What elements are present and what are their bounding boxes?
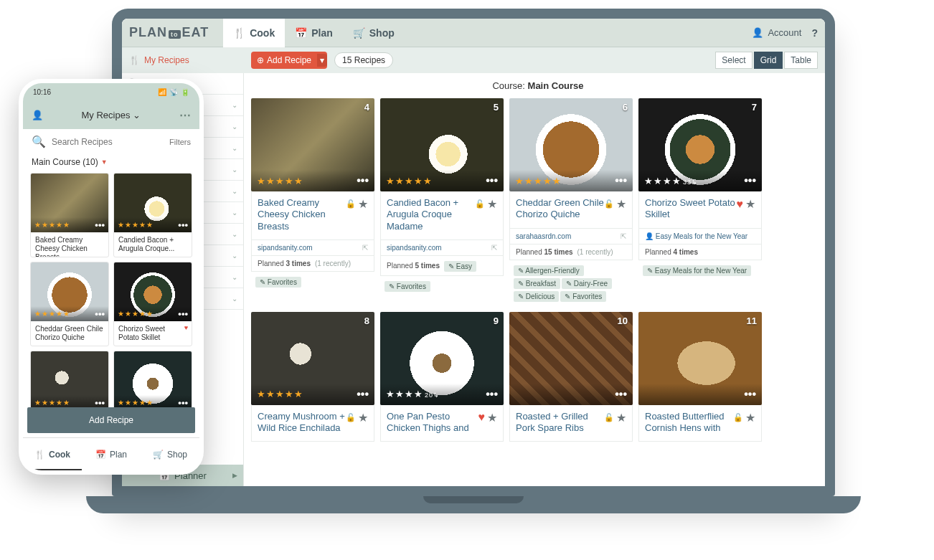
phone-recipe-title: Cheddar Green Chile Chorizo Quiche: [31, 321, 108, 346]
recipe-card[interactable]: 5 ★★★★★ ••• 🔓 ★ Candied Bacon + Arugula …: [380, 98, 504, 306]
recipe-thumbnail[interactable]: 4 ★★★★★ •••: [251, 98, 374, 191]
chevron-down-icon: ⌄: [232, 144, 237, 152]
recipe-thumbnail[interactable]: 7 ★★★★33↳ •••: [638, 98, 762, 191]
more-icon[interactable]: •••: [357, 174, 369, 187]
tag[interactable]: ✎ Delicious: [514, 291, 559, 302]
more-icon[interactable]: •••: [615, 388, 627, 401]
star-icon[interactable]: ★: [616, 411, 626, 424]
more-icon[interactable]: •••: [95, 397, 105, 408]
more-icon[interactable]: •••: [95, 219, 105, 230]
more-icon[interactable]: •••: [178, 397, 188, 408]
tag[interactable]: ✎ Allergen-Friendly: [514, 265, 584, 276]
user-icon[interactable]: 👤: [32, 110, 43, 120]
add-recipe-button[interactable]: ⊕ Add Recipe ▾: [251, 52, 327, 69]
tag[interactable]: ✎ Favorites: [255, 277, 301, 288]
star-icon[interactable]: ★: [358, 197, 368, 211]
phone-tab-plan-label: Plan: [110, 450, 127, 460]
chevron-down-icon: ⌄: [232, 252, 237, 260]
phone-tab-shop[interactable]: 🛒 Shop: [141, 438, 199, 470]
star-icon[interactable]: ★: [745, 197, 755, 211]
source-row[interactable]: sipandsanity.com⇱: [251, 240, 374, 256]
star-icon[interactable]: ★: [358, 411, 368, 424]
phone-thumbnail[interactable]: ★★★★★ •••: [31, 262, 108, 321]
source-row[interactable]: sipandsanity.com⇱: [380, 240, 504, 256]
nav-shop[interactable]: 🛒 Shop: [343, 19, 405, 47]
external-link-icon: ⇱: [362, 244, 368, 252]
star-icon[interactable]: ★: [487, 411, 497, 424]
heart-icon[interactable]: ♥: [478, 411, 486, 424]
more-icon[interactable]: •••: [357, 388, 369, 401]
recipe-thumbnail[interactable]: 9 ★★★★20↳ •••: [380, 312, 504, 405]
recipe-card[interactable]: 6 ★★★★★ ••• 🔓 ★ Cheddar Green Chile Chor…: [509, 98, 633, 306]
recipe-card[interactable]: 9 ★★★★20↳ ••• ♥ ★ One Pan Pesto Chicken …: [380, 312, 504, 442]
tag[interactable]: ✎ Favorites: [560, 291, 606, 302]
tags-row: ✎ Favorites: [251, 272, 374, 292]
more-icon[interactable]: •••: [486, 174, 498, 187]
recipe-thumbnail[interactable]: 5 ★★★★★ •••: [380, 98, 504, 191]
filters-button[interactable]: Filters: [169, 138, 191, 146]
tag[interactable]: ✎ Favorites: [385, 281, 430, 292]
more-icon[interactable]: •••: [95, 308, 105, 319]
tag[interactable]: ✎ Breakfast: [514, 278, 560, 289]
phone-thumbnail[interactable]: ★★★★★ •••: [31, 351, 108, 410]
phone-thumbnail[interactable]: ★★★★★ •••: [114, 174, 192, 232]
tag[interactable]: ✎ Dairy-Free: [562, 278, 612, 289]
star-icon[interactable]: ★: [487, 197, 497, 211]
recipe-thumbnail[interactable]: 8 ★★★★★ •••: [251, 312, 374, 405]
account-menu[interactable]: 👤 Account: [752, 27, 801, 38]
grid-view-button[interactable]: Grid: [754, 52, 783, 69]
source-row[interactable]: sarahaasrdn.com⇱: [509, 229, 633, 245]
source-row[interactable]: 👤 Easy Meals for the New Year: [638, 229, 762, 245]
sidebar-title[interactable]: 🍴 My Recipes: [129, 55, 244, 65]
nav-cook[interactable]: 🍴 Cook: [223, 19, 285, 47]
phone-thumbnail[interactable]: ★★★★★ •••: [114, 262, 192, 321]
recipe-thumbnail[interactable]: 10 •••: [509, 312, 633, 405]
chevron-down-icon[interactable]: ▾: [317, 54, 327, 67]
phone-add-recipe-button[interactable]: Add Recipe: [27, 407, 195, 433]
rating-stars: ★★★★★: [118, 399, 154, 407]
my-recipes-label: My Recipes: [144, 55, 189, 65]
phone-tab-cook[interactable]: 🍴 Cook: [23, 438, 82, 470]
phone-recipe-card[interactable]: ★★★★★ ••• Cheddar Green Chile Chorizo Qu…: [30, 262, 109, 346]
phone-thumbnail[interactable]: ★★★★★ •••: [114, 351, 192, 410]
recipe-card[interactable]: 8 ★★★★★ ••• 🔓 ★ Creamy Mushroom + Wild R…: [251, 312, 374, 442]
phone-title[interactable]: My Recipes ⌄: [82, 110, 141, 120]
phone-recipe-card[interactable]: ★★★★★ ••• Candied Bacon + Arugula Croque…: [113, 173, 192, 257]
tag[interactable]: ✎ Easy: [444, 261, 476, 272]
more-icon[interactable]: •••: [744, 388, 756, 401]
recipe-thumbnail[interactable]: 6 ★★★★★ •••: [509, 98, 633, 191]
recipe-thumbnail[interactable]: 11 •••: [638, 312, 762, 405]
help-button[interactable]: ?: [811, 27, 818, 39]
recipe-card[interactable]: 10 ••• 🔓 ★ Roasted + Grilled Pork Spare …: [509, 312, 633, 442]
card-body: 🔓 ★ Cheddar Green Chile Chorizo Quiche: [509, 191, 633, 229]
category-dropdown[interactable]: Main Course (10) ▼: [23, 154, 199, 173]
phone-recipe-card[interactable]: ★★★★★ ••• Baked Creamy Cheesy Chicken Br…: [30, 173, 109, 257]
star-icon[interactable]: ★: [745, 411, 755, 424]
recipe-card[interactable]: 11 ••• 🔓 ★ Roasted Butterflied Cornish H…: [638, 312, 762, 442]
phone-tab-plan[interactable]: 📅 Plan: [82, 438, 141, 470]
star-icon[interactable]: ★: [616, 197, 626, 211]
more-icon[interactable]: ⋯: [179, 108, 191, 122]
recipe-card[interactable]: 4 ★★★★★ ••• 🔓 ★ Baked Creamy Cheesy Chic…: [251, 98, 374, 306]
sub-bar: 🍴 My Recipes ⊕ Add Recipe ▾ 15 Recipes S…: [122, 47, 825, 73]
table-view-button[interactable]: Table: [784, 52, 818, 69]
heart-icon[interactable]: ♥: [737, 198, 744, 211]
phone-thumbnail[interactable]: ★★★★★ •••: [31, 174, 108, 232]
lock-open-icon: 🔓: [604, 413, 614, 422]
phone-recipe-card[interactable]: ★★★★★ •••: [30, 351, 109, 411]
select-button[interactable]: Select: [715, 52, 752, 69]
nav-cook-label: Cook: [250, 27, 275, 39]
more-icon[interactable]: •••: [178, 219, 188, 230]
nav-plan[interactable]: 📅 Plan: [285, 19, 343, 47]
recipe-card[interactable]: 7 ★★★★33↳ ••• ♥ ★ Chorizo Sweet Potato S…: [638, 98, 762, 306]
phone-recipe-card[interactable]: ★★★★★ •••: [113, 351, 192, 411]
more-icon[interactable]: •••: [615, 174, 627, 187]
tag[interactable]: ✎ Easy Meals for the New Year: [643, 265, 751, 276]
rating-stars: ★★★★★: [34, 221, 70, 229]
planned-text: Planned 15 times: [516, 248, 573, 256]
more-icon[interactable]: •••: [744, 174, 756, 187]
more-icon[interactable]: •••: [178, 308, 188, 319]
phone-recipe-card[interactable]: ★★★★★ ••• Chorizo Sweet Potato Skillet♥: [113, 262, 192, 346]
more-icon[interactable]: •••: [486, 388, 498, 401]
search-input[interactable]: [52, 137, 164, 147]
